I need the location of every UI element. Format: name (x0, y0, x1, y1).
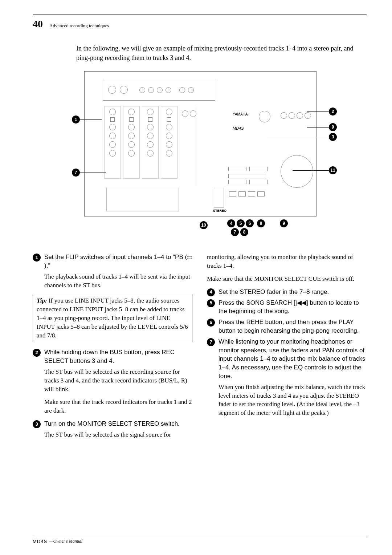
knob-icon (109, 124, 116, 130)
intro-text: In the following, we will give an exampl… (76, 44, 356, 62)
step-7-title: While listening to your monitoring headp… (219, 337, 367, 381)
step-1-title: Set the FLIP switches of input channels … (44, 253, 192, 270)
tip-text: If you use LINE INPUT jacks 5–8, the aud… (37, 297, 188, 339)
callout-4: 4 (227, 219, 235, 227)
knob-icon (166, 109, 172, 115)
footer-logo: MD4S (33, 539, 47, 544)
callout-9: 9 (329, 123, 337, 131)
flip-switch-icon (148, 117, 152, 122)
knob-icon (128, 141, 135, 148)
knob-icon (128, 124, 135, 130)
jack-icon (108, 86, 116, 94)
callout-8: 8 (257, 219, 265, 227)
callout-11: 11 (329, 166, 337, 174)
left-column: 1 Set the FLIP switches of input channel… (33, 253, 192, 443)
step-number: 2 (33, 349, 41, 357)
step-2: 2 While holding down the BUS button, pre… (33, 348, 192, 365)
right-column: monitoring, allowing you to monitor the … (207, 253, 367, 443)
step-6-title: Press the REHE button, and then press th… (219, 318, 367, 335)
jack-icon (188, 87, 194, 93)
footer-text: —Owner's Manual (49, 539, 82, 544)
rec-button-icon (238, 191, 246, 197)
jack-icon (120, 86, 128, 94)
brand-label: YAMAHA (233, 112, 248, 116)
play-button-icon (248, 191, 255, 197)
step-2-body-2: Make sure that the track record indicato… (44, 398, 192, 415)
transport-buttons (229, 191, 265, 197)
flip-switch-icon (129, 117, 134, 122)
step-number: 7 (207, 338, 215, 346)
transport-section: YAMAHA MD4S (222, 108, 313, 213)
step-2-title: While holding down the BUS button, press… (44, 348, 192, 365)
channel-strip (161, 106, 177, 179)
step-3-cont-2: Make sure that the MONITOR SELECT CUE sw… (207, 275, 367, 283)
step-1-title-b: )." (44, 262, 50, 269)
step-number: 3 (33, 420, 41, 428)
device-outline: STEREO YAMAHA MD4S (84, 71, 317, 216)
step-number: 5 (207, 299, 215, 307)
display-button (228, 167, 246, 171)
knob-icon (147, 109, 154, 115)
knob-icon (166, 124, 172, 130)
page-footer: MD4S —Owner's Manual (33, 537, 367, 544)
callout-7: 7 (72, 169, 80, 177)
step-7-body: When you finish adjusting the mix balanc… (219, 383, 367, 417)
step-number: 6 (207, 319, 215, 327)
rec-select-knob (297, 112, 303, 119)
leader-line (80, 173, 106, 173)
knob-icon (147, 150, 154, 157)
step-3-title: Turn on the MONITOR SELECT STEREO switch… (44, 420, 180, 428)
step-4: 4 Set the STEREO fader in the 7–8 range. (207, 288, 367, 296)
knob-icon (109, 141, 116, 148)
callout-1: 1 (72, 116, 80, 123)
model-label: MD4S (233, 126, 244, 130)
knob-icon (128, 109, 135, 115)
display-button (249, 180, 268, 184)
rec-select-knob (281, 112, 287, 119)
flip-switch-icon (167, 117, 171, 122)
jack-icon (166, 87, 171, 93)
step-1-body: The playback sound of tracks 1–4 will be… (44, 272, 192, 290)
step-3-cont-1: monitoring, allowing you to monitor the … (207, 253, 367, 270)
pb-switch-icon (187, 256, 192, 259)
knob-icon (109, 150, 116, 157)
leader-line (307, 112, 329, 112)
display-button (249, 167, 268, 171)
step-5: 5 Press the SONG SEARCH [] button to loc… (207, 299, 367, 316)
callout-2: 2 (329, 108, 337, 116)
page-header: 40 Advanced recording techniques (33, 18, 367, 30)
header-rule (33, 15, 367, 15)
knob-icon (182, 110, 188, 117)
knob-icon (128, 150, 135, 157)
jog-wheel-icon (281, 155, 313, 188)
callout-9b: 9 (280, 219, 288, 227)
step-5-title: Press the SONG SEARCH [] button to locat… (219, 299, 367, 316)
step-number: 4 (207, 288, 215, 296)
jack-icon (157, 87, 163, 93)
callout-10: 10 (200, 221, 208, 229)
knob-icon (109, 109, 116, 115)
callout-7b: 7 (231, 228, 239, 236)
tip-box: Tip: If you use LINE INPUT jacks 5–8, th… (33, 294, 192, 342)
channel-strip (123, 106, 140, 179)
step-3: 3 Turn on the MONITOR SELECT STEREO swit… (33, 420, 192, 428)
step-7: 7 While listening to your monitoring hea… (207, 337, 367, 381)
stop-button-icon (257, 191, 265, 197)
jog-small (259, 111, 270, 122)
knob-icon (147, 141, 154, 148)
leader-line (307, 127, 329, 127)
device-diagram: STEREO YAMAHA MD4S (58, 71, 341, 231)
step-5-title-a: Press the SONG SEARCH [ (219, 299, 295, 306)
callout-3: 3 (329, 133, 337, 141)
channel-strip-section (103, 106, 197, 186)
body-columns: 1 Set the FLIP switches of input channel… (33, 253, 367, 443)
rear-jacks-panel (103, 79, 215, 101)
section-title: Advanced recording techniques (49, 23, 109, 29)
leader-line (267, 137, 329, 137)
fader-bank (106, 188, 179, 211)
rec-select-knob (305, 112, 311, 119)
jack-icon (139, 87, 145, 93)
step-6: 6 Press the REHE button, and then press … (207, 318, 367, 335)
channel-strip (104, 106, 121, 179)
step-2-body-1: The ST bus will be selected as the recor… (44, 368, 192, 393)
